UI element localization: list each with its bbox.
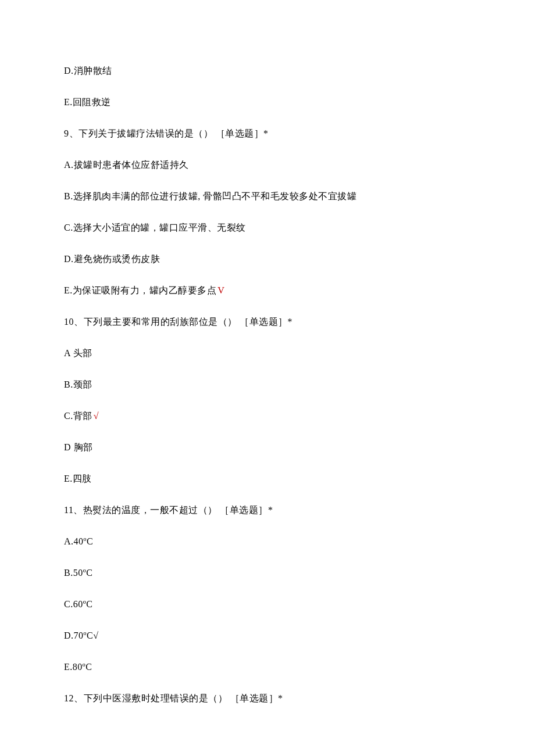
line-text: E.为保证吸附有力，罐内乙醇要多点 bbox=[64, 285, 216, 295]
line-text: A.40ºC bbox=[64, 536, 93, 546]
text-line: 12、下列中医湿敷时处理错误的是（） ［单选题］* bbox=[64, 691, 471, 705]
text-line: E.为保证吸附有力，罐内乙醇要多点V bbox=[64, 284, 471, 298]
correct-mark-icon: V bbox=[217, 285, 224, 295]
text-line: 11、热熨法的温度，一般不超过（） ［单选题］* bbox=[64, 503, 471, 517]
line-text: 12、下列中医湿敷时处理错误的是（） ［单选题］* bbox=[64, 693, 283, 703]
line-text: A 头部 bbox=[64, 348, 92, 358]
line-text: D.避免烧伤或烫伤皮肤 bbox=[64, 254, 160, 264]
text-line: C.选择大小适宜的罐，罐口应平滑、无裂纹 bbox=[64, 221, 471, 235]
line-text: C.背部 bbox=[64, 411, 92, 421]
line-text: C.选择大小适宜的罐，罐口应平滑、无裂纹 bbox=[64, 223, 246, 232]
correct-mark-icon: √ bbox=[94, 411, 99, 421]
line-text: A.拔罐时患者体位应舒适持久 bbox=[64, 160, 189, 170]
text-line: C.60ºC bbox=[64, 597, 471, 611]
text-line: D 胸部 bbox=[64, 440, 471, 454]
text-line: B.选择肌肉丰满的部位进行拔罐, 骨骼凹凸不平和毛发较多处不宜拔罐 bbox=[64, 189, 471, 203]
line-text: B.选择肌肉丰满的部位进行拔罐, 骨骼凹凸不平和毛发较多处不宜拔罐 bbox=[64, 191, 356, 201]
line-text: D 胸部 bbox=[64, 442, 93, 452]
line-text: B.颈部 bbox=[64, 379, 92, 389]
line-text: 11、热熨法的温度，一般不超过（） ［单选题］* bbox=[64, 505, 273, 515]
text-line: E.回阻救逆 bbox=[64, 95, 471, 109]
line-text: E.回阻救逆 bbox=[64, 97, 111, 107]
line-text: B.50ºC bbox=[64, 568, 92, 578]
line-text: 10、下列最主要和常用的刮族部位是（） ［单选题］* bbox=[64, 317, 293, 327]
line-text: D.70ºC√ bbox=[64, 630, 98, 640]
text-line: A.拔罐时患者体位应舒适持久 bbox=[64, 158, 471, 172]
line-text: D.消肿散结 bbox=[64, 66, 112, 76]
line-text: E.80ºC bbox=[64, 662, 92, 672]
line-text: C.60ºC bbox=[64, 599, 92, 609]
text-line: A 头部 bbox=[64, 346, 471, 360]
text-line: D.70ºC√ bbox=[64, 629, 471, 643]
text-line: A.40ºC bbox=[64, 535, 471, 549]
text-line: C.背部√ bbox=[64, 409, 471, 423]
text-line: 9、下列关于拔罐疗法错误的是（） ［单选题］* bbox=[64, 127, 471, 141]
line-text: E.四肢 bbox=[64, 474, 92, 483]
text-line: E.四肢 bbox=[64, 472, 471, 486]
text-line: D.避免烧伤或烫伤皮肤 bbox=[64, 252, 471, 266]
text-line: 10、下列最主要和常用的刮族部位是（） ［单选题］* bbox=[64, 315, 471, 329]
text-line: D.消肿散结 bbox=[64, 64, 471, 78]
text-line: E.80ºC bbox=[64, 660, 471, 674]
line-text: 9、下列关于拔罐疗法错误的是（） ［单选题］* bbox=[64, 128, 269, 138]
text-line: B.颈部 bbox=[64, 378, 471, 392]
text-line: B.50ºC bbox=[64, 566, 471, 580]
